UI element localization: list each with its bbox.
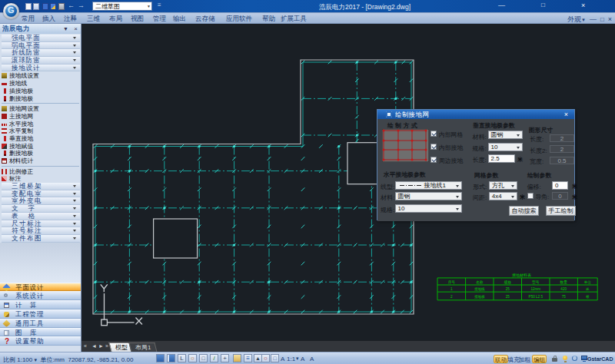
svg-text:2: 2: [450, 295, 453, 299]
svg-text:序号: 序号: [448, 280, 456, 284]
svg-text:12mm: 12mm: [530, 287, 540, 291]
svg-text:数量: 数量: [560, 280, 568, 284]
svg-text:接地线: 接地线: [474, 287, 485, 291]
svg-text:接地材料表: 接地材料表: [512, 273, 531, 278]
svg-text:名称: 名称: [476, 280, 484, 284]
svg-text:单位: 单位: [583, 280, 592, 284]
svg-text:25: 25: [506, 287, 510, 291]
svg-text:米: 米: [586, 287, 590, 291]
svg-text:型号: 型号: [531, 280, 540, 285]
svg-text:接地极: 接地极: [474, 295, 485, 299]
svg-text:P50 L2.5: P50 L2.5: [529, 295, 544, 299]
svg-text:25: 25: [506, 295, 510, 299]
svg-text:规格: 规格: [504, 280, 512, 285]
svg-text:420: 420: [560, 287, 567, 291]
svg-text:75: 75: [562, 295, 567, 299]
svg-text:根: 根: [586, 295, 590, 299]
svg-text:1: 1: [450, 287, 453, 291]
